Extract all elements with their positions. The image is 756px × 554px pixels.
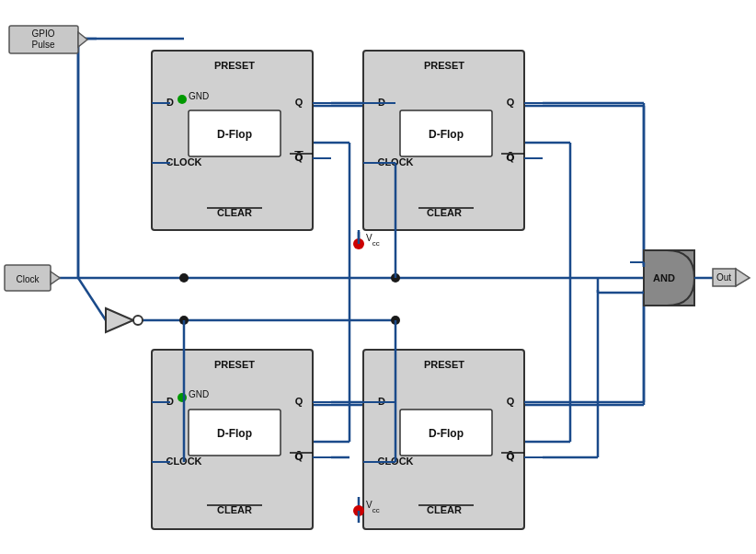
- svg-marker-35: [106, 308, 133, 332]
- dflop1-gnd-label: GND: [189, 91, 209, 101]
- dflop2-name: D-Flop: [429, 128, 464, 141]
- dflop1-clock: CLOCK: [166, 156, 201, 167]
- dflop3-q: Q: [295, 396, 304, 407]
- svg-point-5: [179, 273, 189, 283]
- dflop3-name: D-Flop: [217, 427, 252, 440]
- dflop4-preset: PRESET: [424, 359, 464, 370]
- dflop2-preset: PRESET: [424, 60, 464, 71]
- and-label: AND: [653, 272, 675, 283]
- dflop2-q: Q: [507, 97, 515, 108]
- dflop1-clear: CLEAR: [217, 207, 252, 218]
- dflop3-gnd-label: GND: [189, 389, 209, 399]
- out-arrow-head: [736, 269, 750, 286]
- gpio-label-line2: Pulse: [31, 40, 54, 50]
- clock-label: Clock: [16, 274, 40, 284]
- svg-line-7: [78, 278, 106, 320]
- dflop1-preset: PRESET: [214, 60, 255, 71]
- dflop1-q: Q: [295, 97, 304, 108]
- dflop1-name: D-Flop: [217, 128, 252, 141]
- out-label: Out: [716, 272, 731, 283]
- svg-point-36: [133, 316, 143, 325]
- svg-marker-33: [78, 32, 87, 47]
- vcc-top-label: Vcc: [366, 233, 380, 248]
- dflop3-preset: PRESET: [214, 359, 255, 370]
- gpio-label-line1: GPIO: [31, 29, 54, 39]
- svg-marker-34: [51, 271, 60, 284]
- dflop4-clear: CLEAR: [427, 504, 462, 515]
- dflop4-name: D-Flop: [429, 427, 464, 440]
- dflop3-gnd-dot: [178, 393, 187, 402]
- dflop4-q: Q: [507, 396, 515, 407]
- dflop2-clear: CLEAR: [427, 207, 462, 218]
- dflop1-gnd-dot: [178, 95, 187, 104]
- dflop3-clear: CLEAR: [217, 504, 252, 515]
